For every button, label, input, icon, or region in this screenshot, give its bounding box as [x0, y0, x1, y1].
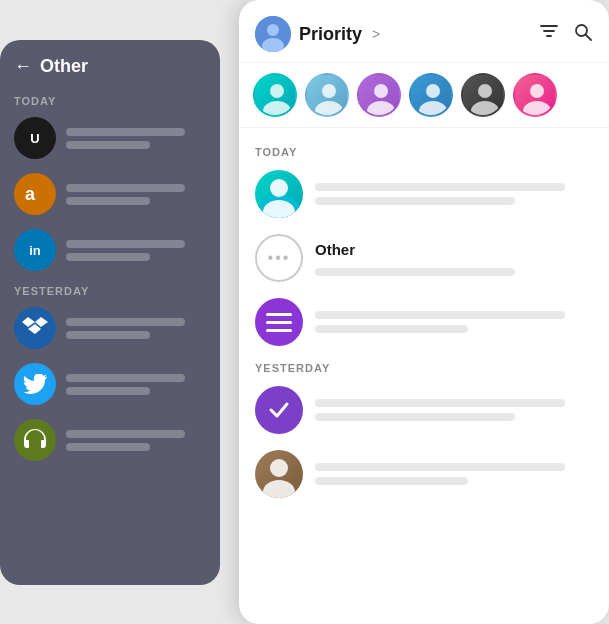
- svg-point-7: [576, 25, 587, 36]
- svg-rect-25: [266, 321, 292, 324]
- svg-line-8: [586, 35, 591, 40]
- list-item[interactable]: [14, 307, 206, 349]
- item-avatar-other: •••: [255, 234, 303, 282]
- content-area: TODAY •••: [239, 128, 609, 612]
- header-icons: [539, 22, 593, 47]
- avatars-row: [239, 63, 609, 128]
- priority-title: Priority: [299, 24, 362, 45]
- item-avatar-person: [255, 170, 303, 218]
- text-line: [315, 413, 515, 421]
- contact-avatar[interactable]: [461, 73, 505, 117]
- svg-point-16: [419, 101, 447, 117]
- back-button[interactable]: ←: [14, 56, 32, 77]
- svg-text:a: a: [25, 184, 36, 204]
- svg-point-14: [367, 101, 395, 117]
- uber-avatar: U: [14, 117, 56, 159]
- dropbox-avatar: [14, 307, 56, 349]
- left-today-label: TODAY: [14, 95, 206, 107]
- list-item[interactable]: ••• Other: [255, 234, 593, 282]
- text-line: [315, 325, 468, 333]
- svg-point-17: [478, 84, 492, 98]
- list-item[interactable]: [14, 419, 206, 461]
- svg-point-28: [263, 480, 295, 498]
- svg-rect-24: [266, 313, 292, 316]
- text-line: [66, 184, 185, 192]
- svg-point-11: [322, 84, 336, 98]
- list-item[interactable]: a: [14, 173, 206, 215]
- item-text: [315, 399, 593, 421]
- svg-point-20: [523, 101, 551, 117]
- text-lines: [66, 184, 206, 205]
- text-line: [66, 331, 150, 339]
- right-panel: Priority >: [239, 0, 609, 624]
- text-line: [66, 387, 150, 395]
- left-yesterday-label: YESTERDAY: [14, 285, 206, 297]
- app-container: ← Other TODAY U a in: [0, 0, 609, 624]
- contact-avatar[interactable]: [409, 73, 453, 117]
- item-text: [315, 311, 593, 333]
- text-lines: [66, 374, 206, 395]
- search-icon[interactable]: [573, 22, 593, 47]
- item-text: [315, 463, 593, 485]
- item-text-other: Other: [315, 241, 593, 276]
- amazon-icon: a: [21, 180, 49, 208]
- item-avatar-menu: [255, 298, 303, 346]
- headset-icon: [22, 428, 48, 452]
- dots-icon: •••: [268, 249, 291, 267]
- right-panel-header: Priority >: [239, 0, 609, 63]
- twitter-icon: [23, 374, 47, 394]
- headset-avatar: [14, 419, 56, 461]
- list-item[interactable]: in: [14, 229, 206, 271]
- other-label: Other: [315, 241, 593, 258]
- contact-avatar[interactable]: [357, 73, 401, 117]
- text-line: [315, 463, 565, 471]
- svg-marker-2: [35, 317, 48, 327]
- text-line: [315, 183, 565, 191]
- amazon-avatar: a: [14, 173, 56, 215]
- contact-avatar[interactable]: [253, 73, 297, 117]
- svg-point-22: [270, 179, 288, 197]
- twitter-avatar: [14, 363, 56, 405]
- left-panel: ← Other TODAY U a in: [0, 40, 220, 585]
- today-label: TODAY: [255, 146, 593, 158]
- list-item[interactable]: [255, 450, 593, 498]
- left-panel-title: Other: [40, 56, 88, 77]
- svg-point-13: [374, 84, 388, 98]
- check-icon: [267, 398, 291, 422]
- list-item[interactable]: U: [14, 117, 206, 159]
- text-lines: [66, 240, 206, 261]
- text-line: [66, 374, 185, 382]
- dropbox-icon: [22, 317, 48, 339]
- text-line: [66, 253, 150, 261]
- svg-point-5: [267, 24, 279, 36]
- list-item[interactable]: [255, 386, 593, 434]
- text-line: [315, 197, 515, 205]
- chevron-icon: >: [372, 26, 380, 42]
- svg-point-27: [270, 459, 288, 477]
- text-line: [315, 311, 565, 319]
- text-line: [66, 141, 150, 149]
- text-line: [66, 443, 150, 451]
- priority-avatar: [255, 16, 291, 52]
- contact-avatar[interactable]: [513, 73, 557, 117]
- text-line: [315, 399, 565, 407]
- svg-point-19: [530, 84, 544, 98]
- text-line: [66, 197, 150, 205]
- linkedin-avatar: in: [14, 229, 56, 271]
- svg-point-12: [315, 101, 343, 117]
- filter-icon[interactable]: [539, 22, 559, 47]
- text-lines: [66, 430, 206, 451]
- yesterday-label: YESTERDAY: [255, 362, 593, 374]
- contact-avatar[interactable]: [305, 73, 349, 117]
- list-item[interactable]: [255, 298, 593, 346]
- menu-icon: [266, 312, 292, 332]
- svg-rect-26: [266, 329, 292, 332]
- svg-point-18: [471, 101, 499, 117]
- left-header: ← Other: [14, 56, 206, 77]
- list-item[interactable]: [255, 170, 593, 218]
- list-item[interactable]: [14, 363, 206, 405]
- text-line: [66, 430, 185, 438]
- text-lines: [66, 128, 206, 149]
- item-text: [315, 183, 593, 205]
- text-line: [66, 318, 185, 326]
